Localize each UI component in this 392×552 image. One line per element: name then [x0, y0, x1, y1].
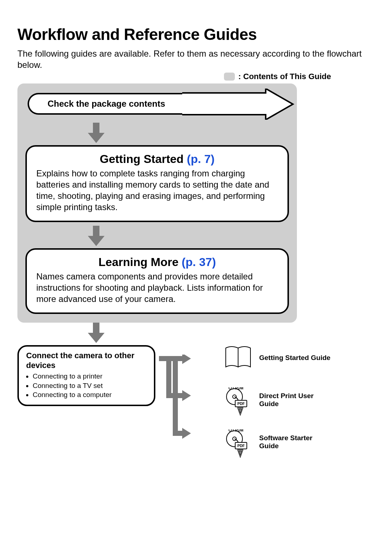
guide-label: Software Starter Guide — [259, 434, 332, 451]
learning-more-body: Names camera components and provides mor… — [36, 271, 278, 304]
svg-rect-4 — [173, 431, 182, 436]
getting-started-title: Getting Started — [100, 152, 184, 165]
legend: : Contents of This Guide — [17, 72, 375, 81]
down-arrow-icon — [88, 123, 105, 143]
svg-rect-0 — [159, 356, 182, 361]
svg-text:PDF: PDF — [237, 444, 245, 448]
list-item: Connecting to a printer — [33, 372, 147, 381]
connect-box: Connect the camera to other devices Conn… — [17, 345, 155, 406]
check-package-row: Check the package contents — [25, 91, 289, 120]
flowchart-panel: Check the package contents Getting Start… — [17, 83, 297, 323]
learning-more-page-ref[interactable]: (p. 37) — [182, 255, 216, 269]
getting-started-page-ref[interactable]: (p. 7) — [187, 152, 215, 165]
getting-started-heading: Getting Started (p. 7) — [36, 152, 278, 166]
svg-text:CD-ROM: CD-ROM — [228, 429, 243, 432]
svg-rect-1 — [166, 361, 171, 397]
guide-label: Getting Started Guide — [259, 354, 332, 362]
right-arrow-icon — [182, 89, 295, 120]
book-icon — [224, 345, 253, 371]
legend-label: : Contents of This Guide — [238, 72, 331, 81]
guide-item: PDF CD-ROM Direct Print User Guide — [224, 387, 332, 413]
intro-text: The following guides are available. Refe… — [17, 48, 375, 70]
learning-more-title: Learning More — [98, 255, 178, 269]
svg-text:PDF: PDF — [237, 402, 245, 406]
check-package-label: Check the package contents — [48, 99, 165, 109]
guide-label: Direct Print User Guide — [259, 392, 332, 409]
cdrom-pdf-icon: PDF CD-ROM — [224, 387, 253, 413]
down-arrow-icon — [88, 323, 105, 343]
learning-more-heading: Learning More (p. 37) — [36, 255, 278, 269]
connect-title: Connect the camera to other devices — [26, 351, 147, 370]
down-arrow-icon — [88, 226, 105, 246]
connect-list: Connecting to a printer Connecting to a … — [26, 372, 147, 400]
svg-text:CD-ROM: CD-ROM — [228, 387, 243, 390]
list-item: Connecting to a computer — [33, 390, 147, 400]
getting-started-body: Explains how to complete tasks ranging f… — [36, 168, 278, 213]
legend-swatch — [224, 73, 235, 81]
cdrom-pdf-icon: PDF CD-ROM — [224, 429, 253, 455]
learning-more-box: Learning More (p. 37) Names camera compo… — [25, 248, 289, 314]
guide-item: PDF CD-ROM Software Starter Guide — [224, 429, 332, 455]
guide-item: Getting Started Guide — [224, 345, 332, 371]
check-package-box: Check the package contents — [28, 93, 184, 115]
list-item: Connecting to a TV set — [33, 381, 147, 391]
getting-started-box: Getting Started (p. 7) Explains how to c… — [25, 145, 289, 222]
svg-rect-3 — [173, 361, 178, 435]
page-title: Workflow and Reference Guides — [17, 25, 375, 44]
